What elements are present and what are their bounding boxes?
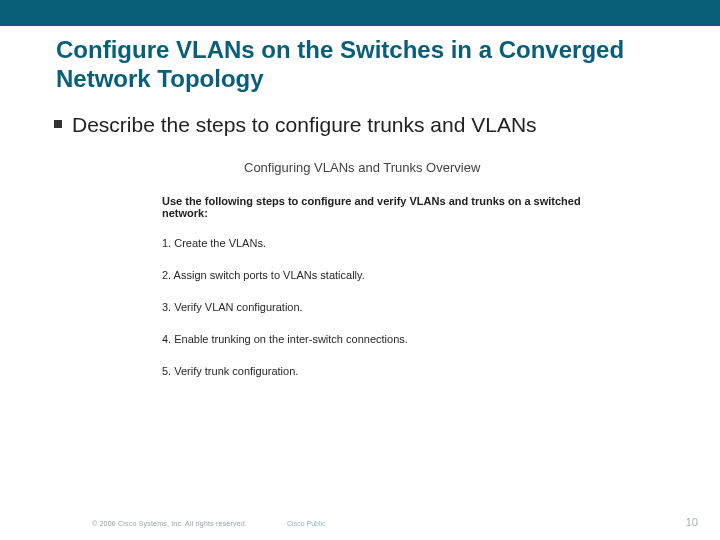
list-item: 3. Verify VLAN configuration. [162,301,624,313]
footer: © 2006 Cisco Systems, Inc. All rights re… [0,516,720,528]
square-bullet-icon [54,120,62,128]
slide-title: Configure VLANs on the Switches in a Con… [56,36,664,94]
overview-intro: Use the following steps to configure and… [162,195,624,219]
overview-title: Configuring VLANs and Trunks Overview [244,160,624,175]
list-item: 4. Enable trunking on the inter-switch c… [162,333,624,345]
bullet-text: Describe the steps to configure trunks a… [72,112,537,138]
content-area: Configure VLANs on the Switches in a Con… [0,26,720,377]
footer-label: Cisco Public [287,520,326,527]
list-item: 2. Assign switch ports to VLANs statical… [162,269,624,281]
copyright-text: © 2006 Cisco Systems, Inc. All rights re… [92,520,247,527]
page-number: 10 [686,516,698,528]
list-item: 1. Create the VLANs. [162,237,624,249]
slide: Configure VLANs on the Switches in a Con… [0,0,720,540]
list-item: 5. Verify trunk configuration. [162,365,624,377]
header-bar [0,0,720,26]
bullet-item: Describe the steps to configure trunks a… [54,112,664,138]
overview-block: Configuring VLANs and Trunks Overview Us… [162,160,624,377]
